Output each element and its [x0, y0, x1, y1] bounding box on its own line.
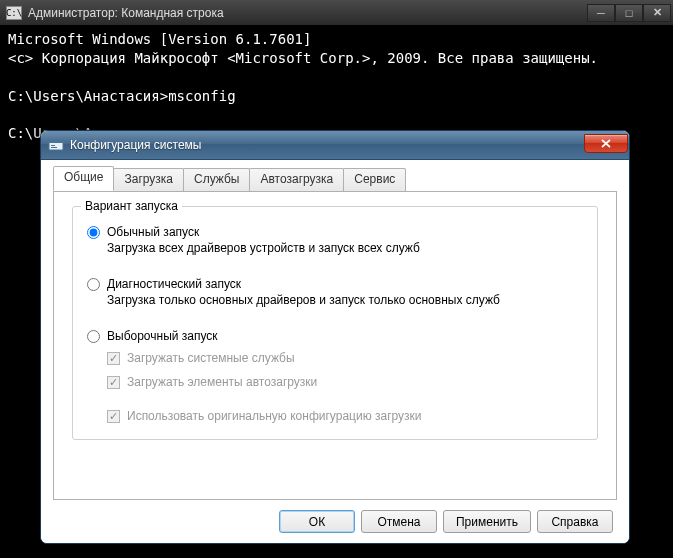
msconfig-dialog: Конфигурация системы Общие Загрузка Служ…: [40, 130, 630, 544]
check-orig-boot-label: Использовать оригинальную конфигурацию з…: [127, 409, 422, 423]
tab-tools[interactable]: Сервис: [343, 168, 406, 191]
console-window-controls: ─ □ ✕: [587, 4, 671, 22]
tab-startup[interactable]: Автозагрузка: [249, 168, 344, 191]
tab-services[interactable]: Службы: [183, 168, 250, 191]
apply-button[interactable]: Применить: [443, 510, 531, 533]
dialog-body: Общие Загрузка Службы Автозагрузка Серви…: [41, 160, 629, 543]
svg-rect-1: [49, 140, 63, 143]
console-line: <c> Корпорация Майкрософт <Microsoft Cor…: [8, 50, 598, 66]
check-sys-services: ✓: [107, 352, 120, 365]
close-button[interactable]: ✕: [643, 4, 671, 22]
fieldset-legend: Вариант запуска: [81, 199, 182, 213]
check-sys-services-row: ✓ Загружать системные службы: [107, 351, 583, 365]
console-line: Microsoft Windows [Version 6.1.7601]: [8, 31, 311, 47]
check-autostart-row: ✓ Загружать элементы автозагрузки: [107, 375, 583, 389]
radio-selective-row: Выборочный запуск: [87, 329, 583, 343]
ok-button[interactable]: ОК: [279, 510, 355, 533]
maximize-button[interactable]: □: [615, 4, 643, 22]
check-autostart: ✓: [107, 376, 120, 389]
radio-diag-row: Диагностический запуск: [87, 277, 583, 291]
radio-normal-label: Обычный запуск: [107, 225, 199, 239]
dialog-close-button[interactable]: [584, 134, 628, 153]
radio-selective-label: Выборочный запуск: [107, 329, 218, 343]
cancel-button[interactable]: Отмена: [361, 510, 437, 533]
tab-boot[interactable]: Загрузка: [113, 168, 184, 191]
radio-diagnostic-desc: Загрузка только основных драйверов и зап…: [107, 293, 583, 307]
help-button[interactable]: Справка: [537, 510, 613, 533]
dialog-titlebar: Конфигурация системы: [41, 131, 629, 160]
startup-fieldset: Вариант запуска Обычный запуск Загрузка …: [72, 206, 598, 440]
check-orig-boot-row: ✓ Использовать оригинальную конфигурацию…: [107, 409, 583, 423]
check-autostart-label: Загружать элементы автозагрузки: [127, 375, 317, 389]
radio-normal-desc: Загрузка всех драйверов устройств и запу…: [107, 241, 583, 255]
minimize-button[interactable]: ─: [587, 4, 615, 22]
radio-selective[interactable]: [87, 330, 100, 343]
msconfig-icon: [48, 137, 64, 153]
tab-strip: Общие Загрузка Службы Автозагрузка Серви…: [53, 168, 617, 192]
svg-rect-2: [51, 145, 55, 146]
radio-normal[interactable]: [87, 226, 100, 239]
tab-content-general: Вариант запуска Обычный запуск Загрузка …: [53, 192, 617, 500]
radio-normal-row: Обычный запуск: [87, 225, 583, 239]
dialog-title: Конфигурация системы: [70, 138, 584, 152]
svg-rect-3: [51, 147, 57, 148]
radio-diagnostic[interactable]: [87, 278, 100, 291]
console-icon: C:\: [6, 6, 22, 20]
console-titlebar: C:\ Администратор: Командная строка ─ □ …: [0, 0, 673, 26]
console-line: C:\Users\Анастасия>msconfig: [8, 88, 236, 104]
console-title: Администратор: Командная строка: [28, 6, 587, 20]
radio-diagnostic-label: Диагностический запуск: [107, 277, 241, 291]
check-orig-boot: ✓: [107, 410, 120, 423]
dialog-button-row: ОК Отмена Применить Справка: [53, 500, 617, 533]
tab-general[interactable]: Общие: [53, 166, 114, 191]
check-sys-services-label: Загружать системные службы: [127, 351, 295, 365]
